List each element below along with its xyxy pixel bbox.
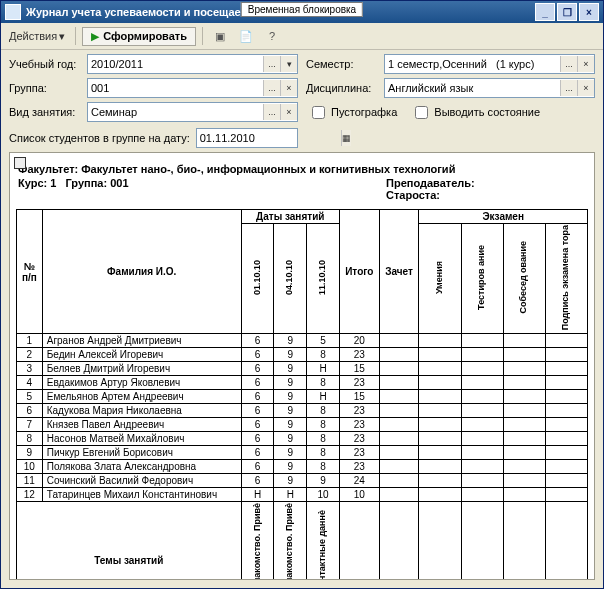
separator xyxy=(75,27,76,45)
close-button[interactable]: × xyxy=(579,3,599,21)
toolbar-icon-1[interactable]: ▣ xyxy=(209,25,231,47)
col-fio: Фамилия И.О. xyxy=(42,210,241,334)
exam-col: Подпись экзамена тора xyxy=(545,224,587,334)
ellipsis-button[interactable]: ... xyxy=(560,80,577,96)
blank-checkbox[interactable]: Пустографка xyxy=(308,103,397,122)
separator xyxy=(202,27,203,45)
form-area: Учебный год: ...▾ Семестр: ...× Группа: … xyxy=(1,50,603,122)
window-title: Журнал учета успеваемости и посещаемости xyxy=(26,6,273,18)
list-date-label: Список студентов в группе на дату: xyxy=(9,132,190,144)
maximize-button[interactable]: ❐ xyxy=(557,3,577,21)
table-row: 11Сочинский Василий Федорович69924 xyxy=(17,474,588,488)
table-row: 10Полякова Злата Александровна69823 xyxy=(17,460,588,474)
discipline-label: Дисциплина: xyxy=(306,82,376,94)
topics-label: Темы занятий xyxy=(17,502,242,580)
topic-col: А1–1. Знакомство. Привè xyxy=(241,502,274,580)
clear-button[interactable]: × xyxy=(280,104,297,120)
ellipsis-button[interactable]: ... xyxy=(560,56,577,72)
topic-col: А1. Контактные даннè xyxy=(307,502,340,580)
play-icon: ▶ xyxy=(91,30,99,43)
col-num: № п/п xyxy=(17,210,43,334)
minimize-button[interactable]: _ xyxy=(535,3,555,21)
toolbar: Действия▾ ▶Сформировать ▣ 📄 ? xyxy=(1,23,603,50)
report-header: Факультет: Факультет нано-, био-, информ… xyxy=(18,163,586,201)
report-area: Факультет: Факультет нано-, био-, информ… xyxy=(9,152,595,580)
col-zachet: Зачет xyxy=(379,210,419,334)
ellipsis-button[interactable]: ... xyxy=(263,80,280,96)
discipline-input[interactable] xyxy=(385,80,560,96)
table-row: 9Пичкур Евгений Борисович69823 xyxy=(17,446,588,460)
date-field[interactable]: ▦ xyxy=(196,128,298,148)
semester-label: Семестр: xyxy=(306,58,376,70)
topic-col: А1–1. Знакомство. Привè xyxy=(274,502,307,580)
table-row: 6Кадукова Мария Николаевна69823 xyxy=(17,404,588,418)
semester-field[interactable]: ...× xyxy=(384,54,595,74)
calendar-button[interactable]: ▦ xyxy=(341,130,351,146)
date-input[interactable] xyxy=(197,130,341,146)
app-icon xyxy=(5,4,21,20)
col-dates: Даты занятий xyxy=(241,210,339,224)
table-row: 3Беляев Дмитрий Игоревич69Н15 xyxy=(17,362,588,376)
col-total: Итого xyxy=(339,210,379,334)
list-date-row: Список студентов в группе на дату: ▦ xyxy=(1,122,603,152)
table-row: 12Татаринцев Михаил КонстантиновичНН1010 xyxy=(17,488,588,502)
group-field[interactable]: ...× xyxy=(87,78,298,98)
dropdown-button[interactable]: ▾ xyxy=(280,56,297,72)
exam-col: Умения xyxy=(419,224,461,334)
grade-table: № п/п Фамилия И.О. Даты занятий Итого За… xyxy=(16,209,588,580)
table-row: 5Емельянов Артем Андреевич69Н15 xyxy=(17,390,588,404)
clear-button[interactable]: × xyxy=(577,80,594,96)
col-exam: Экзамен xyxy=(419,210,588,224)
kind-label: Вид занятия: xyxy=(9,106,79,118)
table-row: 1Агранов Андрей Дмитриевич69520 xyxy=(17,334,588,348)
state-checkbox[interactable]: Выводить состояние xyxy=(411,103,540,122)
discipline-field[interactable]: ...× xyxy=(384,78,595,98)
date-col: 04.10.10 xyxy=(274,224,307,334)
table-row: 4Евдакимов Артур Яковлевич69823 xyxy=(17,376,588,390)
corner-marker xyxy=(14,157,26,169)
form-button[interactable]: ▶Сформировать xyxy=(82,27,196,46)
year-input[interactable] xyxy=(88,56,263,72)
ellipsis-button[interactable]: ... xyxy=(263,104,280,120)
help-icon[interactable]: ? xyxy=(261,25,283,47)
window: Журнал учета успеваемости и посещаемости… xyxy=(0,0,604,589)
group-input[interactable] xyxy=(88,80,263,96)
year-label: Учебный год: xyxy=(9,58,79,70)
kind-input[interactable] xyxy=(88,104,263,120)
clear-button[interactable]: × xyxy=(577,56,594,72)
exam-col: Собесед ование xyxy=(503,224,545,334)
date-col: 11.10.10 xyxy=(307,224,340,334)
exam-col: Тестиров ание xyxy=(461,224,503,334)
table-row: 8Насонов Матвей Михайлович69823 xyxy=(17,432,588,446)
date-col: 01.10.10 xyxy=(241,224,274,334)
titlebar: Журнал учета успеваемости и посещаемости… xyxy=(1,1,603,23)
table-row: 2Бедин Алексей Игоревич69823 xyxy=(17,348,588,362)
year-field[interactable]: ...▾ xyxy=(87,54,298,74)
kind-field[interactable]: ...× xyxy=(87,102,298,122)
table-row: 7Князев Павел Андреевич69823 xyxy=(17,418,588,432)
ellipsis-button[interactable]: ... xyxy=(263,56,280,72)
group-label: Группа: xyxy=(9,82,79,94)
actions-menu[interactable]: Действия▾ xyxy=(5,28,69,45)
semester-input[interactable] xyxy=(385,56,560,72)
lock-badge: Временная блокировка xyxy=(241,2,363,17)
clear-button[interactable]: × xyxy=(280,80,297,96)
toolbar-icon-2[interactable]: 📄 xyxy=(235,25,257,47)
